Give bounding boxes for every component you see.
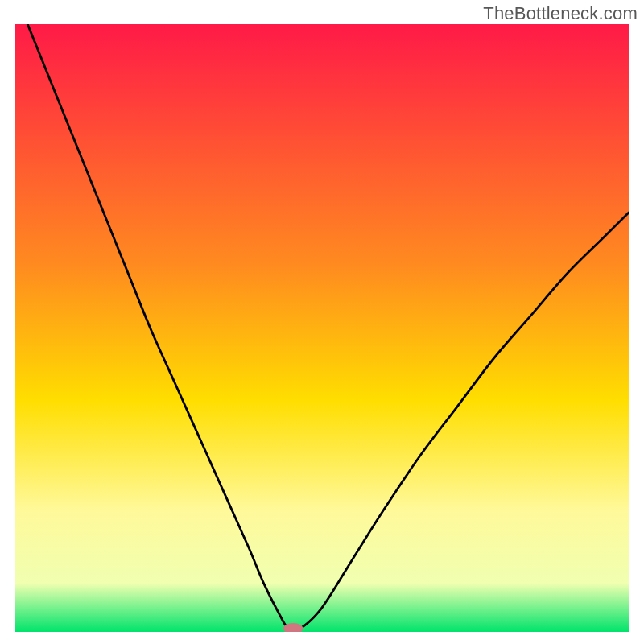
- gradient-background: [15, 24, 629, 632]
- plot-area: [15, 24, 629, 632]
- watermark-text: TheBottleneck.com: [483, 3, 638, 24]
- chart-container: TheBottleneck.com: [0, 0, 644, 644]
- chart-svg: [15, 24, 629, 632]
